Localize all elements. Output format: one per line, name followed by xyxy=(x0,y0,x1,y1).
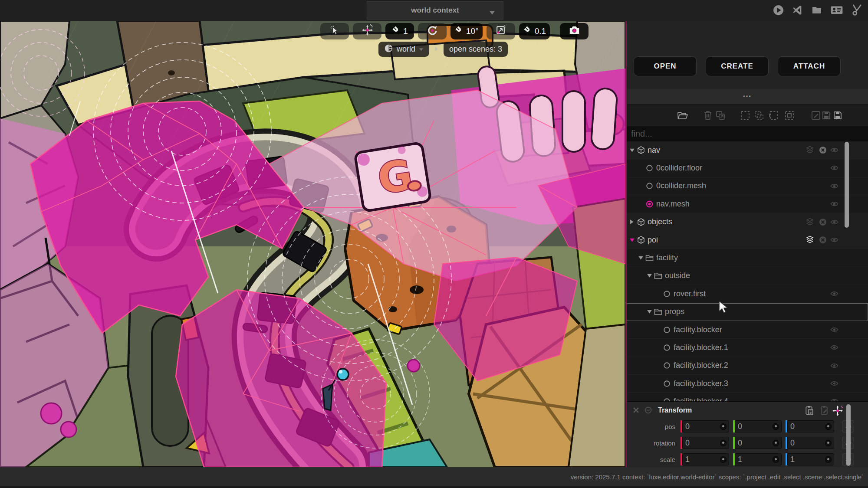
layers-icon[interactable] xyxy=(806,236,814,244)
rotate-snap-button[interactable]: 10° xyxy=(450,23,483,39)
folder-icon[interactable] xyxy=(811,4,823,16)
eye-icon[interactable] xyxy=(830,289,839,298)
marquee-group-icon[interactable] xyxy=(784,110,795,121)
scene-selector-dropdown[interactable]: world xyxy=(378,42,429,57)
search-input[interactable] xyxy=(627,126,868,141)
panel-overflow-handle[interactable]: ... xyxy=(627,89,868,104)
eye-icon[interactable] xyxy=(830,218,839,226)
eye-icon[interactable] xyxy=(830,164,839,172)
save-icon[interactable] xyxy=(821,110,832,121)
select-tool-button[interactable] xyxy=(320,23,349,39)
tree-row[interactable]: facility.blocker xyxy=(627,321,868,339)
eye-icon[interactable] xyxy=(830,397,839,401)
play-icon[interactable] xyxy=(773,4,784,16)
scale-snap-button[interactable]: 0.1 xyxy=(519,23,550,39)
remove-icon[interactable] xyxy=(819,218,827,226)
eye-icon[interactable] xyxy=(830,236,839,244)
world-context-dropdown[interactable]: world context xyxy=(367,1,503,20)
expand-arrow-right-icon[interactable] xyxy=(629,219,637,225)
marquee-select-icon[interactable] xyxy=(740,110,750,121)
scale-z-input[interactable]: 1 xyxy=(787,453,834,465)
tree-row[interactable]: props xyxy=(627,303,868,321)
attach-button[interactable]: ATTACH xyxy=(778,56,841,76)
drag-handle-icon[interactable] xyxy=(773,456,779,463)
trash-icon[interactable] xyxy=(703,110,713,121)
drag-handle-icon[interactable] xyxy=(720,423,727,430)
tree-row[interactable]: facility.blocker.2 xyxy=(627,357,868,375)
scale-x-input[interactable]: 1 xyxy=(682,453,729,465)
tree-row[interactable]: outside xyxy=(627,267,868,285)
rotation-z-input[interactable]: 0 xyxy=(787,437,834,449)
edit-icon[interactable] xyxy=(819,405,830,416)
close-icon[interactable] xyxy=(633,407,639,413)
create-button[interactable]: CREATE xyxy=(706,56,769,76)
slingshot-tool-icon[interactable] xyxy=(851,4,863,16)
tree-row[interactable]: 0collider.floor xyxy=(627,159,868,177)
screenshot-button[interactable] xyxy=(560,23,589,39)
contact-card-icon[interactable] xyxy=(830,4,843,16)
marquee-add-icon[interactable] xyxy=(754,110,764,121)
eye-icon[interactable] xyxy=(830,325,839,334)
drag-handle-icon[interactable] xyxy=(720,440,727,446)
expand-arrow-down-icon[interactable] xyxy=(629,238,637,242)
drag-handle-icon[interactable] xyxy=(825,440,832,446)
tree-row[interactable]: facility.blocker.4 xyxy=(627,393,868,401)
move-snap-button[interactable]: 1 xyxy=(385,23,414,39)
tree-row[interactable]: nav xyxy=(627,141,868,159)
move-tool-button[interactable] xyxy=(353,23,381,39)
expand-arrow-down-icon[interactable] xyxy=(647,309,654,314)
gizmo-move-icon[interactable] xyxy=(832,405,843,416)
tree-row[interactable]: 0collider.mesh xyxy=(627,177,868,195)
eye-icon[interactable] xyxy=(830,361,839,370)
drag-handle-icon[interactable] xyxy=(773,440,779,446)
rotation-y-input[interactable]: 0 xyxy=(735,437,782,449)
rotate-tool-button[interactable] xyxy=(418,23,447,39)
open-scenes-badge[interactable]: open scenes: 3 xyxy=(444,42,508,57)
duplicate-icon[interactable] xyxy=(715,110,726,121)
expand-arrow-down-icon[interactable] xyxy=(638,255,645,260)
pos-x-input[interactable]: 0 xyxy=(682,420,729,432)
tree-row[interactable]: facility xyxy=(627,249,868,267)
open-button[interactable]: OPEN xyxy=(634,56,697,76)
tree-row[interactable]: nav.mesh xyxy=(627,195,868,213)
tree-row[interactable]: facility.blocker.1 xyxy=(627,339,868,357)
tree-row[interactable]: poi xyxy=(627,231,868,249)
eye-icon[interactable] xyxy=(830,182,839,190)
tree-row[interactable]: objects xyxy=(627,213,868,231)
drag-handle-icon[interactable] xyxy=(825,423,832,430)
scale-y-input[interactable]: 1 xyxy=(735,453,782,465)
save-all-icon[interactable] xyxy=(832,110,843,121)
layers-icon[interactable] xyxy=(806,218,814,226)
marquee-subtract-icon[interactable] xyxy=(768,110,779,121)
layers-icon[interactable] xyxy=(806,146,814,154)
rotation-x-input[interactable]: 0 xyxy=(682,437,729,449)
expand-arrow-down-icon[interactable] xyxy=(629,148,637,153)
eye-icon[interactable] xyxy=(830,146,839,154)
tree-row[interactable]: facility.blocker.3 xyxy=(627,375,868,393)
tree-scrollbar[interactable] xyxy=(845,142,849,228)
transform-scrollbar[interactable] xyxy=(846,404,851,466)
remove-icon[interactable] xyxy=(819,236,827,244)
pos-z-input[interactable]: 0 xyxy=(787,420,834,432)
edit-icon[interactable] xyxy=(811,110,821,121)
remove-icon[interactable] xyxy=(819,146,827,154)
tree-item-label: facility xyxy=(656,253,678,262)
folder-open-icon[interactable] xyxy=(677,110,688,121)
expand-arrow-down-icon[interactable] xyxy=(647,273,654,278)
vscode-icon[interactable] xyxy=(792,4,803,16)
tree-item-label: objects xyxy=(648,217,672,226)
drag-handle-icon[interactable] xyxy=(825,456,832,463)
pos-y-input[interactable]: 0 xyxy=(735,420,782,432)
scene-switcher: world open scenes: 3 xyxy=(378,42,508,57)
drag-handle-icon[interactable] xyxy=(720,456,727,463)
scene-canvas: G xyxy=(0,21,625,467)
scene-viewport[interactable]: G 1 10° xyxy=(0,21,625,467)
eye-icon[interactable] xyxy=(830,343,839,352)
eye-icon[interactable] xyxy=(830,200,839,208)
paste-icon[interactable] xyxy=(804,405,815,416)
tree-row[interactable]: rover.first xyxy=(627,285,868,303)
scale-tool-button[interactable] xyxy=(487,23,515,39)
eye-icon[interactable] xyxy=(830,379,839,388)
drag-handle-icon[interactable] xyxy=(773,423,779,430)
collapse-icon[interactable] xyxy=(644,406,652,414)
